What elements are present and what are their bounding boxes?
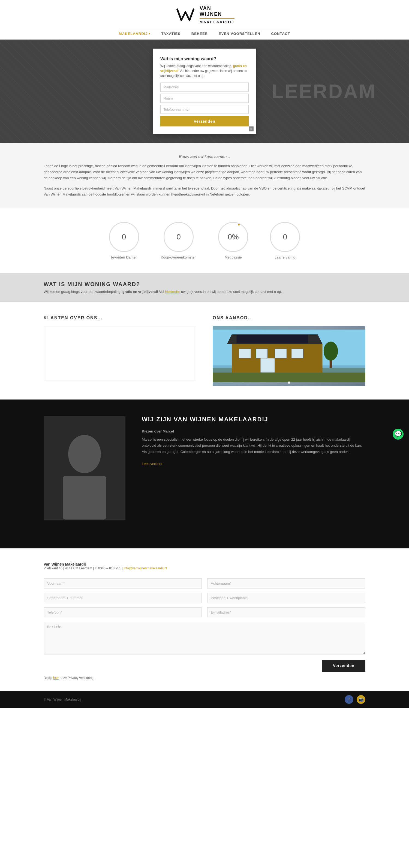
privacy-link[interactable]: hier <box>53 676 59 680</box>
property-dots <box>288 381 290 384</box>
nav-contact[interactable]: CONTACT <box>271 32 290 36</box>
company-name: Van Wijnen Makelaardij <box>43 562 366 566</box>
team-read-more[interactable]: Lees verder» <box>142 462 162 466</box>
stat-value-1: 0 <box>122 232 126 241</box>
svg-rect-10 <box>260 358 275 373</box>
svg-rect-7 <box>256 349 268 358</box>
street-input[interactable] <box>43 593 202 603</box>
modal-close-button[interactable]: × <box>249 126 254 131</box>
form-submit-button[interactable]: Verzenden <box>322 660 366 672</box>
intro-text2: Naast onze persoonlijke betrokkenheid he… <box>43 185 366 197</box>
woning-text: Wij komen graag langs voor een waardebep… <box>43 289 366 294</box>
review-box <box>43 326 196 380</box>
hero-section: LEERDAM Wat is mijn woning waard? Wij ko… <box>0 39 409 143</box>
firstname-input[interactable] <box>43 579 202 588</box>
woning-banner: WAT IS MIJN WONING WAARD? Wij komen graa… <box>0 273 409 302</box>
nav-taxaties[interactable]: TAXATIES <box>161 32 180 36</box>
main-nav: MAKELAARDIJ TAXATIES BEHEER EVEN VOORSTE… <box>119 29 290 39</box>
team-photo <box>43 416 125 520</box>
svg-point-12 <box>324 342 338 361</box>
social-icons: f 📷 <box>345 695 366 704</box>
team-title: WIJ ZIJN VAN WIJNEN MAKELAARDIJ <box>142 416 366 423</box>
privacy-note: Bekijk hier onze Privacy verklaring. <box>43 676 366 680</box>
stat-value-3: 0% <box>228 232 239 241</box>
phone-input[interactable] <box>43 607 202 617</box>
nav-even-voorstellen[interactable]: EVEN VOORSTELLEN <box>219 32 260 36</box>
form-row-2 <box>43 593 366 603</box>
woning-link[interactable]: hieronder <box>165 289 180 294</box>
svg-rect-15 <box>63 476 106 520</box>
form-row-3 <box>43 607 366 617</box>
stat-label-1: Tevreden klanten <box>111 255 137 259</box>
aanbod-title: ONS AANBOD... <box>213 315 366 320</box>
logo-line3: MAKELAARDIJ <box>199 20 234 24</box>
firstname-field <box>43 579 202 588</box>
team-photo-svg <box>43 416 125 520</box>
stat-dot <box>238 224 240 225</box>
klanten-col: KLANTEN OVER ONS... <box>43 315 196 386</box>
intro-section: Bouw aan uw kans samen... Langs de Linge… <box>0 143 409 208</box>
nav-makelaardij[interactable]: MAKELAARDIJ <box>119 32 151 36</box>
message-textarea[interactable] <box>43 622 366 654</box>
whatsapp-button[interactable]: 💬 <box>392 429 404 440</box>
aanbod-col: ONS AANBOD... <box>213 315 366 386</box>
svg-point-14 <box>68 435 101 473</box>
dot-1 <box>288 381 290 384</box>
svg-rect-8 <box>275 349 287 358</box>
arrow-down-icon <box>194 537 215 548</box>
phone-field <box>43 607 202 617</box>
stat-tevreden: 0 Tevreden klanten <box>109 222 139 259</box>
modal-submit-button[interactable]: Verzenden <box>160 116 249 126</box>
stats-section: 0 Tevreden klanten 0 Koop-overeenkomsten… <box>0 208 409 273</box>
stat-circle-3: 0% <box>218 222 248 252</box>
form-submit-row: Verzenden <box>43 660 366 672</box>
instagram-icon[interactable]: 📷 <box>357 695 366 704</box>
email-input[interactable] <box>207 607 366 617</box>
email-field <box>207 607 366 617</box>
company-email[interactable]: info@vanwijnenmakelaardij.nl <box>124 566 167 570</box>
property-svg <box>213 326 366 386</box>
postal-input[interactable] <box>207 593 366 603</box>
team-section: WIJ ZIJN VAN WIJNEN MAKELAARDIJ Kiezen o… <box>0 400 409 537</box>
site-header: VAN WIJNEN MAKELAARDIJ MAKELAARDIJ TAXAT… <box>0 0 409 39</box>
contact-section: Van Wijnen Makelaardij Vlietskant 46 | 4… <box>0 549 409 691</box>
modal-description: Wij komen graag langs voor een waardebep… <box>160 63 249 78</box>
modal-phone-input[interactable] <box>160 105 249 114</box>
stat-passie: 0% Met passie <box>218 222 248 259</box>
team-content: WIJ ZIJN VAN WIJNEN MAKELAARDIJ Kiezen o… <box>142 416 366 520</box>
form-row-1 <box>43 579 366 588</box>
facebook-icon[interactable]: f <box>345 695 353 704</box>
intro-text1: Langs de Linge is het prachtige, rustige… <box>43 163 366 181</box>
stat-value-4: 0 <box>283 232 287 241</box>
stat-ervaring: 0 Jaar ervaring <box>270 222 300 259</box>
message-field <box>43 622 366 655</box>
logo-text: VAN WIJNEN MAKELAARDIJ <box>199 5 234 24</box>
lastname-field <box>207 579 366 588</box>
logo-icon <box>175 6 196 23</box>
logo: VAN WIJNEN MAKELAARDIJ <box>175 5 234 24</box>
logo-line2: WIJNEN <box>199 11 234 18</box>
logo-line1: VAN <box>199 5 234 11</box>
footer-copyright: © Van Wijnen Makelaardij <box>43 698 81 702</box>
stat-circle-4: 0 <box>270 222 300 252</box>
form-row-4 <box>43 622 366 655</box>
valuation-modal: Wat is mijn woning waard? Wij komen graa… <box>153 49 256 134</box>
modal-title: Wat is mijn woning waard? <box>160 56 249 61</box>
modal-name-input[interactable] <box>160 94 249 102</box>
woning-title: WAT IS MIJN WONING WAARD? <box>43 281 366 287</box>
nav-beheer[interactable]: BEHEER <box>191 32 208 36</box>
stat-circle-2: 0 <box>164 222 194 252</box>
reviews-aanbod-section: KLANTEN OVER ONS... ONS AANBOD... <box>0 302 409 400</box>
team-description: Marcel is een specialist met een sterke … <box>142 437 366 455</box>
lastname-input[interactable] <box>207 579 366 588</box>
company-info: Van Wijnen Makelaardij Vlietskant 46 | 4… <box>43 562 366 570</box>
hero-city-label: LEERDAM <box>272 80 376 102</box>
intro-tagline: Bouw aan uw kans samen... <box>43 154 366 159</box>
modal-email-input[interactable] <box>160 82 249 91</box>
team-person-title: Kiezen over Marcel <box>142 428 366 434</box>
svg-rect-5 <box>237 335 308 344</box>
stat-label-2: Koop-overeenkomsten <box>161 255 197 259</box>
arrow-decoration <box>0 537 409 549</box>
site-footer: © Van Wijnen Makelaardij f 📷 <box>0 691 409 708</box>
street-field <box>43 593 202 603</box>
